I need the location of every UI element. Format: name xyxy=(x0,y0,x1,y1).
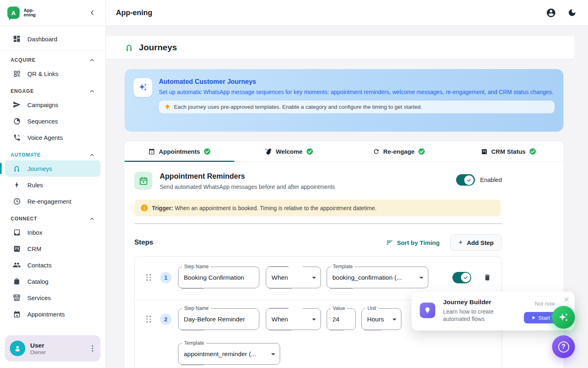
plus-icon: + xyxy=(459,238,463,247)
info-icon: i xyxy=(141,204,148,211)
chevron-up-icon xyxy=(89,153,95,158)
delete-step-button[interactable] xyxy=(483,274,491,281)
section-header-acquire[interactable]: ACQUIRE xyxy=(11,57,95,63)
sidebar-item-journeys[interactable]: Journeys xyxy=(5,160,100,177)
calendar-tile-icon xyxy=(134,172,152,190)
sidebar-item-label: Re-engagement xyxy=(27,198,71,205)
hero-description: Set up automatic WhatsApp message sequen… xyxy=(159,88,555,96)
sidebar-item-label: QR & Links xyxy=(27,70,58,77)
sidebar-item-dashboard[interactable]: Dashboard xyxy=(5,31,100,47)
step-name-input[interactable]: Step Name Booking Confirmation xyxy=(178,267,259,288)
tab-welcome[interactable]: Welcome xyxy=(234,141,344,162)
toggle-check-icon xyxy=(464,175,474,185)
page-title: Journeys xyxy=(139,43,177,52)
help-fab[interactable]: ? xyxy=(552,335,575,358)
chevron-left-icon xyxy=(89,9,96,16)
inbox-icon xyxy=(12,228,21,237)
kanban-icon xyxy=(12,244,21,253)
account-circle-icon xyxy=(546,8,556,18)
toast-text: automated flows xyxy=(443,316,485,322)
sort-icon xyxy=(386,239,393,246)
sidebar-item-label: Journeys xyxy=(27,165,52,172)
steps-header: Steps Sort by Timing + Add Step xyxy=(134,234,502,251)
user-name: User xyxy=(30,342,46,349)
moon-icon xyxy=(568,8,577,17)
clock-icon xyxy=(12,197,21,206)
journeys-route-icon xyxy=(125,43,134,52)
sidebar-item-services[interactable]: Services xyxy=(5,289,100,306)
ai-assistant-fab[interactable] xyxy=(552,306,575,329)
hero-title: Automated Customer Journeys xyxy=(159,78,555,85)
dark-mode-toggle[interactable] xyxy=(568,8,577,17)
brand-name: App-ening xyxy=(24,8,36,18)
sidebar-item-voice-agents[interactable]: Voice Agents xyxy=(5,129,100,146)
refresh-icon xyxy=(373,148,380,155)
sidebar-item-contacts[interactable]: Contacts xyxy=(5,257,100,273)
sidebar-item-label: Dashboard xyxy=(27,36,57,43)
topbar: App-ening xyxy=(106,0,588,26)
sidebar-item-label: Voice Agents xyxy=(27,134,63,141)
section-header-automate[interactable]: AUTOMATE xyxy=(11,152,95,158)
sort-by-timing-button[interactable]: Sort by Timing xyxy=(386,239,440,246)
sidebar-item-re-engagement[interactable]: Re-engagement xyxy=(5,193,100,209)
when-select[interactable]: When xyxy=(266,267,321,288)
template-select[interactable]: Template booking_confirmation (... xyxy=(327,267,428,288)
lightbulb-icon xyxy=(420,303,435,318)
drag-handle-icon[interactable] xyxy=(146,274,151,281)
add-step-button[interactable]: + Add Step xyxy=(450,234,502,251)
bolt-icon xyxy=(12,180,21,189)
sidebar-item-rules[interactable]: Rules xyxy=(5,177,100,193)
tab-crm-status[interactable]: CRM Status xyxy=(454,141,564,162)
journey-header: Appointment Reminders Send automated Wha… xyxy=(134,172,502,190)
template-select[interactable]: Template appointment_reminder (... xyxy=(178,343,280,365)
journey-body: Appointment Reminders Send automated Wha… xyxy=(125,162,502,368)
sidebar-item-appointments[interactable]: Appointments xyxy=(5,306,100,322)
enabled-label: Enabled xyxy=(480,177,502,183)
page-title-bar: Journeys xyxy=(106,36,574,59)
sidebar-divider xyxy=(0,50,105,51)
when-select[interactable]: When xyxy=(266,308,321,330)
sidebar-item-catalog[interactable]: Catalog xyxy=(5,273,100,289)
sidebar-item-qr-links[interactable]: QR & Links xyxy=(5,65,100,82)
waving-hand-icon xyxy=(265,148,272,155)
user-card[interactable]: User Owner xyxy=(5,335,100,361)
toggle-check-icon xyxy=(461,273,470,282)
step-name-input[interactable]: Step Name Day-Before Reminder xyxy=(178,308,259,330)
sidebar-item-label: Contacts xyxy=(27,262,51,269)
user-menu-button[interactable] xyxy=(89,343,96,354)
account-button[interactable] xyxy=(546,8,556,18)
shopping-bag-icon xyxy=(12,277,21,286)
journeys-card: Appointments Welcome Re-engage xyxy=(125,141,564,368)
sidebar: A App-ening Dashboard ACQUIRE QR & Links… xyxy=(0,0,106,368)
qr-code-icon xyxy=(12,69,21,78)
check-badge-icon xyxy=(418,148,425,155)
not-now-button[interactable]: Not now xyxy=(535,301,555,307)
tab-re-engage[interactable]: Re-engage xyxy=(344,141,454,162)
journey-title: Appointment Reminders xyxy=(160,172,335,181)
journey-subtitle: Send automated WhatsApp messages before … xyxy=(160,184,335,190)
storefront-icon xyxy=(12,293,21,302)
toast-title: Journey Builder xyxy=(443,298,491,306)
unit-select[interactable]: Unit Hours xyxy=(361,308,401,330)
close-icon[interactable] xyxy=(564,296,570,303)
sidebar-item-label: Rules xyxy=(27,182,43,188)
value-input[interactable]: Value 24 xyxy=(327,308,356,330)
sidebar-item-campaigns[interactable]: Campaigns xyxy=(5,96,100,113)
sidebar-item-inbox[interactable]: Inbox xyxy=(5,224,100,240)
step-enabled-toggle[interactable] xyxy=(452,272,471,283)
sidebar-item-sequences[interactable]: Sequences xyxy=(5,113,100,129)
section-header-connect[interactable]: CONNECT xyxy=(11,216,95,222)
journey-tabs: Appointments Welcome Re-engage xyxy=(125,141,564,162)
sidebar-item-crm[interactable]: CRM xyxy=(5,240,100,257)
chevron-up-icon xyxy=(89,216,95,222)
trash-icon xyxy=(483,274,491,281)
chevron-up-icon xyxy=(89,89,95,94)
sidebar-collapse-button[interactable] xyxy=(87,7,98,18)
people-icon xyxy=(12,260,21,269)
journey-builder-toast: Journey Builder Learn how to create auto… xyxy=(412,292,575,330)
route-icon xyxy=(12,164,21,173)
drag-handle-icon[interactable] xyxy=(146,316,151,323)
tab-appointments[interactable]: Appointments xyxy=(125,141,234,162)
journey-enabled-toggle[interactable] xyxy=(456,174,475,186)
section-header-engage[interactable]: ENGAGE xyxy=(11,88,95,94)
